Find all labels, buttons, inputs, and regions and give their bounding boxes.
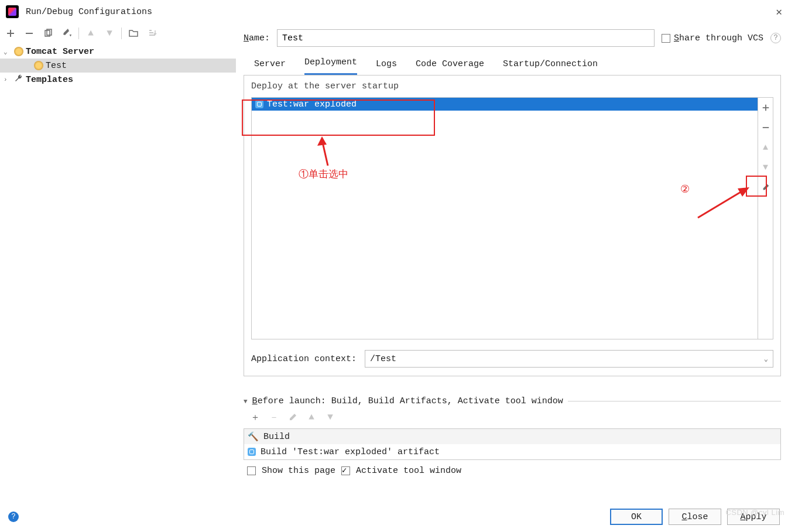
annotation-arrow-1: [316, 136, 340, 170]
config-tree[interactable]: ⌄ Tomcat Server Test › Templates: [0, 43, 236, 502]
tab-logs[interactable]: Logs: [376, 59, 397, 75]
tab-deployment[interactable]: Deployment: [304, 57, 357, 75]
name-label: Name:: [244, 33, 270, 43]
help-button[interactable]: ?: [8, 512, 19, 522]
tabs: Server Deployment Logs Code Coverage Sta…: [244, 49, 781, 75]
toolbar-separator: [78, 28, 79, 39]
tree-label: Templates: [26, 75, 73, 85]
list-item[interactable]: 🔨 Build: [244, 429, 780, 444]
deploy-tools: ▲ ▼: [758, 97, 773, 339]
activate-window-checkbox[interactable]: [341, 466, 350, 475]
annotation-box-1: [242, 99, 435, 136]
copy-config-button[interactable]: [40, 26, 56, 41]
close-button[interactable]: Close: [669, 509, 721, 525]
tree-node-templates[interactable]: › Templates: [0, 73, 236, 87]
remove-artifact-button[interactable]: [758, 118, 773, 138]
annotation-text-1: ①单击选中: [299, 167, 348, 181]
window-title: Run/Debug Configurations: [26, 7, 776, 17]
wrench-icon: [14, 74, 23, 86]
tab-server[interactable]: Server: [254, 59, 286, 75]
name-input[interactable]: [277, 29, 655, 47]
before-launch-toolbar: ＋ － ▲ ▼: [244, 406, 781, 428]
sidebar: ▾ ▲ ▼ ⌄ Tomcat Server Test › Templates: [0, 23, 237, 502]
before-launch-header[interactable]: ▼ Before launch: Build, Build Artifacts,…: [244, 396, 781, 406]
divider: [568, 401, 781, 401]
remove-task-button[interactable]: －: [266, 410, 282, 425]
application-context-row: Application context: /Test ⌄: [251, 350, 773, 368]
move-down-task-button[interactable]: ▼: [322, 410, 338, 425]
share-vcs-checkbox[interactable]: Share through VCS: [662, 33, 763, 43]
remove-config-button[interactable]: [21, 26, 37, 41]
name-row: Name: Share through VCS ?: [244, 27, 781, 49]
before-launch-title: Before launch: Build, Build Artifacts, A…: [252, 396, 563, 406]
sort-button[interactable]: [144, 26, 160, 41]
tab-startup-connection[interactable]: Startup/Connection: [503, 59, 598, 75]
application-context-label: Application context:: [251, 354, 357, 364]
move-up-artifact-button[interactable]: ▲: [758, 138, 773, 157]
deploy-section-title: Deploy at the server startup: [251, 81, 773, 91]
hammer-icon: 🔨: [248, 431, 259, 442]
titlebar: Run/Debug Configurations ✕: [0, 0, 788, 23]
activate-window-label: Activate tool window: [356, 466, 461, 476]
artifact-icon: [248, 448, 256, 456]
share-label: Share through VCS: [674, 33, 763, 43]
move-down-artifact-button[interactable]: ▼: [758, 157, 773, 177]
tree-label: Tomcat Server: [26, 47, 94, 57]
svg-rect-0: [26, 33, 33, 34]
svg-rect-3: [762, 127, 769, 128]
expand-icon[interactable]: ›: [4, 76, 12, 83]
app-logo-icon: [6, 5, 19, 18]
config-toolbar: ▾ ▲ ▼: [0, 23, 236, 43]
annotation-arrow-2: [696, 185, 752, 223]
help-icon[interactable]: ?: [770, 33, 781, 43]
folder-button[interactable]: [125, 26, 142, 41]
add-artifact-button[interactable]: [758, 98, 773, 118]
before-launch-section: ▼ Before launch: Build, Build Artifacts,…: [244, 396, 781, 476]
tomcat-icon: [34, 61, 43, 70]
toolbar-separator: [121, 28, 122, 39]
after-launch-options: Show this page Activate tool window: [244, 460, 781, 476]
collapse-icon[interactable]: ▼: [244, 398, 248, 405]
application-context-value: /Test: [370, 354, 396, 364]
application-context-combo[interactable]: /Test ⌄: [365, 350, 773, 368]
add-config-button[interactable]: [2, 26, 19, 41]
expand-icon[interactable]: ⌄: [4, 48, 12, 56]
task-label: Build 'Test:war exploded' artifact: [261, 447, 440, 457]
add-task-button[interactable]: ＋: [247, 410, 263, 425]
dialog-body: ▾ ▲ ▼ ⌄ Tomcat Server Test › Templates: [0, 23, 788, 502]
main-panel: Name: Share through VCS ? Server Deploym…: [237, 23, 788, 502]
edit-task-button[interactable]: [285, 410, 301, 425]
ok-button[interactable]: OK: [610, 509, 663, 525]
task-label: Build: [263, 432, 290, 442]
annotation-text-2: ②: [680, 183, 690, 195]
svg-marker-5: [317, 136, 327, 146]
settings-config-button[interactable]: ▾: [59, 26, 75, 41]
list-item[interactable]: Build 'Test:war exploded' artifact: [244, 444, 780, 459]
show-page-checkbox[interactable]: [247, 466, 256, 475]
tree-label: Test: [46, 61, 67, 71]
chevron-down-icon: ⌄: [764, 355, 768, 363]
close-icon[interactable]: ✕: [776, 5, 782, 18]
tree-node-test[interactable]: Test: [0, 59, 236, 73]
dialog-footer: ? OK Close Apply: [0, 502, 788, 531]
tree-node-tomcat-server[interactable]: ⌄ Tomcat Server: [0, 44, 236, 59]
show-page-label: Show this page: [262, 466, 335, 476]
move-up-task-button[interactable]: ▲: [303, 410, 320, 425]
watermark: CSDN @cyl Lim: [725, 508, 784, 517]
svg-line-6: [698, 190, 745, 218]
tomcat-icon: [14, 47, 23, 56]
tab-code-coverage[interactable]: Code Coverage: [416, 59, 484, 75]
move-down-button[interactable]: ▼: [101, 26, 118, 41]
before-launch-list[interactable]: 🔨 Build Build 'Test:war exploded' artifa…: [244, 428, 781, 460]
checkbox-icon[interactable]: [662, 34, 670, 43]
move-up-button[interactable]: ▲: [83, 26, 99, 41]
